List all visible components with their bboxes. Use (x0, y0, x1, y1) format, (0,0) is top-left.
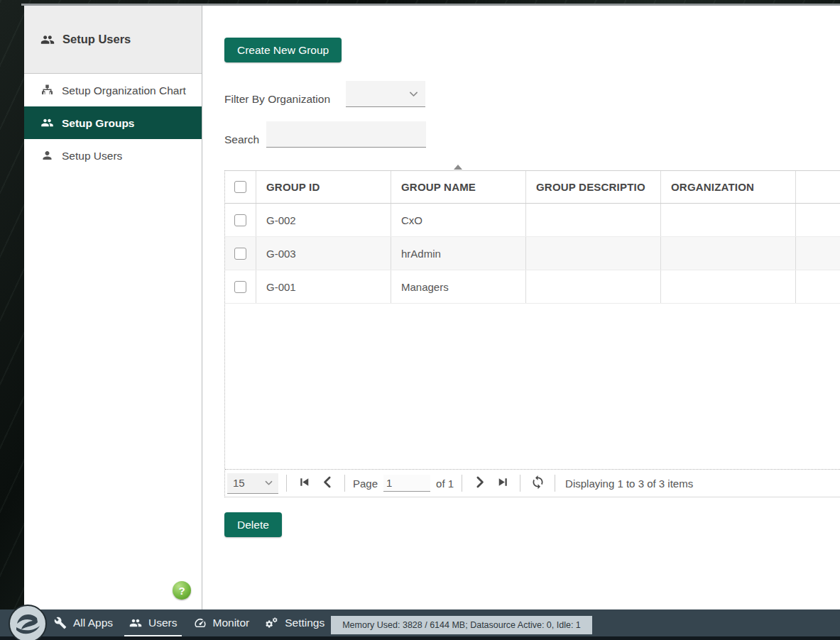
table-empty-area (225, 304, 840, 469)
sidebar-item-setup-groups[interactable]: Setup Groups (24, 106, 202, 139)
divider (520, 475, 520, 492)
search-input[interactable] (266, 121, 426, 148)
skip-first-icon (297, 475, 312, 490)
chevron-down-icon (408, 88, 420, 100)
cell-organization (661, 204, 796, 236)
users-group-icon (129, 617, 143, 629)
table-header-row: GROUP ID GROUP NAME GROUP DESCRIPTIO ORG… (225, 170, 840, 204)
page-size-select[interactable]: 15 (227, 473, 278, 494)
page-label: Page (353, 478, 378, 490)
cell-empty (796, 204, 840, 236)
column-header-empty (796, 171, 840, 203)
cell-group-name: hrAdmin (391, 237, 526, 270)
chevron-left-icon (320, 475, 335, 490)
chevron-right-icon (472, 475, 487, 490)
search-label: Search (224, 133, 259, 146)
chevron-down-icon (263, 478, 274, 488)
cell-group-id: G-003 (256, 237, 391, 270)
nav-item-monitor[interactable]: Monitor (189, 609, 254, 636)
sidebar-item-setup-users[interactable]: Setup Users (24, 139, 202, 172)
main-panel: Create New Group Filter By Organization … (202, 6, 840, 610)
cell-organization (661, 270, 796, 303)
nav-item-users[interactable]: Users (124, 609, 181, 636)
column-header-organization[interactable]: ORGANIZATION (661, 171, 796, 203)
next-page-button[interactable] (470, 474, 489, 492)
select-all-checkbox[interactable] (234, 181, 246, 193)
sidebar-item-setup-organization-chart[interactable]: Setup Organization Chart (24, 74, 202, 106)
filter-by-organization-label: Filter By Organization (224, 93, 330, 106)
divider (462, 475, 462, 492)
bottom-nav: All Apps Users Monitor Settings (49, 609, 329, 636)
first-page-button[interactable] (295, 474, 313, 492)
row-checkbox[interactable] (234, 281, 246, 293)
refresh-icon (530, 475, 545, 490)
status-badge: Memory Used: 3828 / 6144 MB; Datasource … (331, 616, 592, 634)
groups-table: GROUP ID GROUP NAME GROUP DESCRIPTIO ORG… (224, 170, 840, 497)
cell-group-description (526, 270, 661, 303)
wrench-icon (53, 617, 67, 629)
sidebar: Setup Users Setup Organization Chart Set… (24, 6, 202, 610)
cell-group-id: G-002 (256, 204, 391, 236)
gauge-icon (193, 617, 207, 629)
header-checkbox-cell (225, 171, 256, 203)
sidebar-header-setup-users[interactable]: Setup Users (24, 6, 202, 74)
sort-asc-icon (454, 165, 462, 170)
sidebar-item-label: Setup Organization Chart (62, 83, 193, 98)
cell-group-id: G-001 (256, 270, 391, 303)
bottom-strip (0, 636, 840, 640)
column-header-group-name[interactable]: GROUP NAME (391, 171, 526, 203)
sitemap-icon (40, 84, 55, 96)
bottom-app-bar: All Apps Users Monitor Settings Memory U… (0, 609, 840, 636)
cell-group-description (526, 204, 661, 236)
column-header-group-description[interactable]: GROUP DESCRIPTIO (526, 171, 661, 203)
nav-item-label: Settings (285, 617, 324, 629)
sidebar-item-label: Setup Groups (62, 116, 193, 131)
table-row[interactable]: G-003 hrAdmin (225, 237, 840, 270)
cell-empty (796, 270, 840, 303)
previous-page-button[interactable] (318, 474, 337, 492)
nav-item-all-apps[interactable]: All Apps (49, 609, 117, 636)
pagination-summary: Displaying 1 to 3 of 3 items (565, 478, 693, 490)
user-icon (40, 149, 55, 162)
nav-item-label: All Apps (73, 617, 113, 629)
page-number-input[interactable] (383, 475, 430, 492)
users-group-icon (39, 33, 56, 47)
cell-group-name: CxO (391, 204, 526, 236)
table-row[interactable]: G-001 Managers (225, 270, 840, 304)
sidebar-header-label: Setup Users (62, 33, 131, 46)
divider (286, 475, 287, 492)
help-icon[interactable]: ? (173, 581, 191, 600)
nav-item-label: Users (148, 617, 177, 629)
page-size-value: 15 (233, 477, 245, 489)
app-logo (9, 605, 47, 640)
users-group-icon (40, 116, 55, 129)
page-total-label: of 1 (436, 478, 454, 490)
cell-group-name: Managers (391, 270, 526, 303)
cell-group-description (526, 237, 661, 270)
last-page-button[interactable] (493, 474, 512, 492)
row-checkbox[interactable] (234, 248, 246, 260)
nav-item-label: Monitor (213, 617, 250, 629)
refresh-button[interactable] (528, 474, 547, 492)
cell-organization (661, 237, 796, 270)
organization-filter-select[interactable] (346, 81, 425, 107)
divider (555, 475, 555, 492)
row-checkbox[interactable] (234, 214, 246, 226)
delete-button[interactable]: Delete (224, 512, 282, 537)
skip-last-icon (496, 475, 511, 490)
divider (344, 475, 345, 492)
sidebar-item-label: Setup Users (62, 148, 193, 163)
pagination-bar: 15 Page of 1 Displaying 1 to 3 of 3 item… (225, 469, 840, 497)
nav-item-settings[interactable]: Settings (261, 609, 329, 636)
gears-icon (265, 617, 279, 629)
create-new-group-button[interactable]: Create New Group (224, 38, 342, 62)
cell-empty (796, 237, 840, 270)
column-header-group-id[interactable]: GROUP ID (256, 171, 391, 203)
table-row[interactable]: G-002 CxO (225, 204, 840, 237)
